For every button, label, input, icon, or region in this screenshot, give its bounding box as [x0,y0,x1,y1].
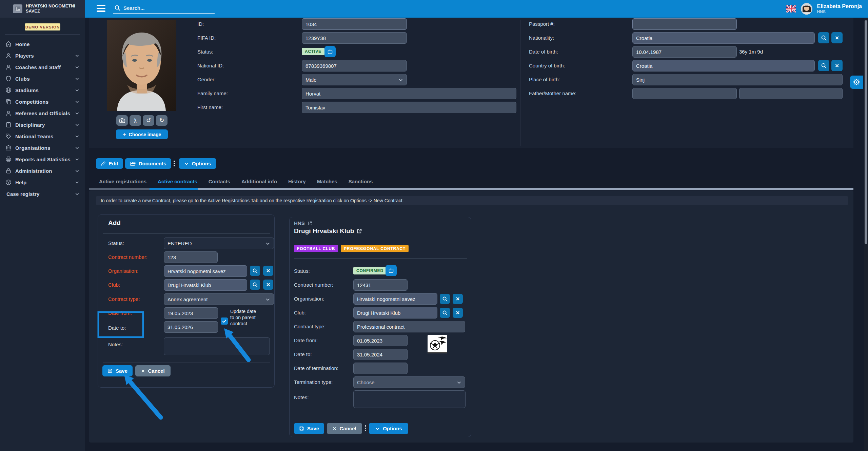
organisation-search-button[interactable] [250,266,260,276]
sidebar-item-home[interactable]: Home [0,38,85,50]
page-scrollbar-thumb[interactable] [865,20,867,244]
organisation-clear-button[interactable]: × [263,266,273,276]
sidebar-item-disciplinary[interactable]: Disciplinary [0,119,85,130]
tab-contacts[interactable]: Contacts [209,179,230,184]
hamburger-menu-icon[interactable] [97,5,105,12]
edit-button[interactable]: Edit [96,158,123,169]
lock-icon [5,167,12,174]
profile-options-button[interactable]: Options [179,158,216,169]
termination-date-input[interactable] [353,363,408,374]
nationality-clear-button[interactable]: × [831,32,843,43]
topbar: Elizabeta Peronja HNS [85,0,868,18]
sidebar-item-competitions[interactable]: Competitions [0,96,85,107]
contract-club-link[interactable]: Drugi Hrvatski Klub [294,227,362,235]
language-flag-icon[interactable] [786,5,796,13]
org-name: HRVATSKI NOGOMETNI SAVEZ [26,4,75,14]
club-search-button[interactable] [440,308,450,318]
sidebar-item-coaches-and-staff[interactable]: Coaches and Staff [0,61,85,73]
country-clear-button[interactable]: × [831,60,843,71]
gender-select[interactable]: Male [302,74,407,85]
fifa-id-label: FIFA ID: [197,35,216,41]
user-info[interactable]: Elizabeta Peronja HNS [817,3,862,14]
camera-button[interactable] [116,115,128,126]
update-date-checkbox[interactable] [221,317,228,325]
search-input[interactable] [123,5,205,11]
save-button[interactable]: Save [294,423,324,434]
sidebar-item-help[interactable]: Help [0,177,85,188]
user-name: Elizabeta Peronja [817,3,862,9]
tab-additional-info[interactable]: Additional info [241,179,277,184]
contract-type-select[interactable]: Annex agreement [164,293,274,305]
sidebar-item-administration[interactable]: Administration [0,165,85,177]
date-to-input[interactable] [353,349,408,360]
tab-sanctions[interactable]: Sanctions [349,179,373,184]
club-input[interactable] [164,279,247,291]
notes-textarea[interactable] [164,337,270,355]
divider [294,258,467,259]
tab-active-contracts[interactable]: Active contracts [158,179,197,184]
tab-active-registrations[interactable]: Active registrations [99,179,146,184]
id-input[interactable] [302,18,407,30]
sidebar-item-reports-and-statistics[interactable]: Reports and Statistics [0,153,85,165]
father-name-input[interactable] [632,88,737,99]
notes-label: Notes: [108,342,123,347]
save-button[interactable]: Save [102,365,133,376]
sidebar-item-stadiums[interactable]: Stadiums [0,84,85,96]
cancel-button[interactable]: × Cancel [135,365,171,376]
date-from-input[interactable] [353,335,408,346]
family-name-input[interactable] [302,88,516,99]
rotate-left-button[interactable]: ↺ [143,115,154,126]
crop-scissors-button[interactable]: ✂ [130,115,141,126]
contract-number-input[interactable] [164,251,218,263]
organisation-input[interactable] [353,293,437,305]
nationality-input[interactable] [632,32,815,44]
sidebar-item-organisations[interactable]: Organisations [0,142,85,153]
sidebar-item-national-teams[interactable]: National Teams [0,130,85,142]
contract-number-input[interactable] [353,279,408,291]
status-history-calendar-button[interactable] [324,46,336,57]
status-history-calendar-button[interactable] [386,265,397,276]
sidebar-item-clubs[interactable]: Clubs [0,73,85,84]
date-to-input[interactable] [164,321,218,333]
termination-type-select[interactable]: Choose [353,376,465,388]
cancel-button[interactable]: × Cancel [327,423,362,434]
contract-options-button[interactable]: Options [369,423,408,434]
club-input[interactable] [353,307,437,319]
club-clear-button[interactable]: × [263,280,273,290]
club-search-button[interactable] [250,280,260,290]
nationality-search-button[interactable] [818,32,829,43]
club-clear-button[interactable]: × [453,308,463,318]
notes-textarea[interactable] [353,390,466,408]
tab-matches[interactable]: Matches [317,179,337,184]
mother-name-input[interactable] [739,88,843,99]
rotate-right-button[interactable]: ↻ [156,115,167,126]
sidebar-item-case-registry[interactable]: Case registry [0,188,85,200]
status-label: Status: [294,268,310,274]
contract-type-input[interactable] [353,321,465,332]
contract-org-link[interactable]: HNS [294,220,312,226]
country-of-birth-input[interactable] [632,60,815,71]
tab-history[interactable]: History [288,179,306,184]
organisation-clear-button[interactable]: × [453,294,463,304]
documents-button[interactable]: Documents [125,158,171,169]
national-id-input[interactable] [302,60,407,71]
place-of-birth-input[interactable] [632,74,843,85]
country-search-button[interactable] [818,60,829,71]
status-select[interactable]: ENTERED [164,238,274,249]
organisation-input[interactable] [164,265,247,277]
user-avatar[interactable] [801,3,812,15]
chevron-down-icon [75,65,79,69]
first-name-input[interactable] [302,102,516,113]
dob-input[interactable] [632,46,737,58]
fifa-id-input[interactable] [302,32,407,44]
settings-gear-button[interactable]: ⚙ [850,76,863,89]
organisation-search-button[interactable] [440,294,450,304]
plus-icon: + [123,131,126,138]
sidebar-item-players[interactable]: Players [0,50,85,61]
sidebar-item-referees-and-officials[interactable]: Referees and Officials [0,107,85,119]
global-search[interactable] [113,3,215,14]
passport-input[interactable] [632,18,737,30]
date-from-input[interactable] [164,307,218,319]
sidebar-nav: DEMO VERSION Home Players Coaches and St… [0,18,85,451]
choose-image-button[interactable]: + Choose image [116,129,168,139]
